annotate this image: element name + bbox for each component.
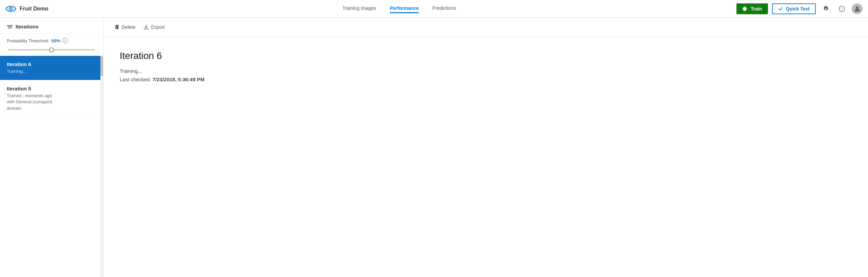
- last-checked: Last checked: 7/23/2018, 5:36:49 PM: [120, 77, 852, 82]
- main-layout: Iterations Probability Threshold: 50% i …: [0, 18, 868, 277]
- svg-text:?: ?: [841, 7, 843, 11]
- settings-icon: [823, 5, 829, 12]
- nav-tabs: Training Images Performance Predictions: [62, 4, 736, 13]
- export-label: Export: [151, 24, 164, 30]
- export-button[interactable]: Export: [143, 23, 164, 31]
- probability-section: Probability Threshold: 50% i: [0, 34, 103, 56]
- probability-value: 50%: [52, 38, 60, 43]
- header-actions: Train Quick Test ?: [736, 3, 863, 14]
- checkmark-icon: [778, 6, 783, 11]
- app-logo-icon: [5, 3, 16, 14]
- toolbar: Delete Export: [103, 18, 868, 37]
- train-label: Train: [751, 6, 762, 12]
- content-body: Iteration 6 Training... Last checked: 7/…: [103, 37, 868, 277]
- scrollbar-thumb[interactable]: [100, 56, 103, 76]
- slider-container: [7, 46, 96, 51]
- tab-performance[interactable]: Performance: [390, 4, 419, 13]
- svg-rect-6: [116, 25, 118, 25]
- avatar-icon: [854, 5, 861, 12]
- sidebar-section-label: Iterations: [16, 24, 39, 29]
- logo-area: Fruit Demo: [5, 3, 48, 14]
- help-button[interactable]: ?: [836, 4, 848, 13]
- quick-test-button[interactable]: Quick Test: [772, 3, 816, 14]
- probability-slider[interactable]: [8, 49, 95, 50]
- sidebar: Iterations Probability Threshold: 50% i …: [0, 18, 103, 277]
- gear-icon: [743, 6, 748, 12]
- list-item[interactable]: Iteration 5 Trained : moments agowith Ge…: [0, 80, 103, 117]
- trash-icon: [114, 24, 120, 30]
- scrollbar-track: [100, 56, 103, 277]
- svg-rect-7: [115, 25, 119, 26]
- status-line: Training...: [120, 68, 852, 74]
- help-icon: ?: [839, 6, 845, 12]
- delete-label: Delete: [122, 24, 135, 30]
- tab-predictions[interactable]: Predictions: [432, 4, 456, 13]
- last-checked-label: Last checked:: [120, 77, 151, 82]
- header: Fruit Demo Training Images Performance P…: [0, 0, 868, 18]
- settings-button[interactable]: [820, 4, 832, 14]
- info-icon[interactable]: i: [62, 38, 68, 43]
- tab-training-images[interactable]: Training Images: [342, 4, 376, 13]
- layers-icon: [7, 25, 13, 28]
- app-title: Fruit Demo: [20, 6, 48, 12]
- avatar[interactable]: [852, 3, 863, 14]
- content: Delete Export Iteration 6 Training... La…: [103, 18, 868, 277]
- iteration-title: Iteration 6: [120, 50, 852, 61]
- quick-test-label: Quick Test: [786, 6, 810, 12]
- list-item[interactable]: Iteration 6 Training...: [0, 56, 103, 80]
- download-icon: [143, 24, 149, 30]
- sidebar-header: Iterations: [0, 18, 103, 34]
- last-checked-value: 7/23/2018, 5:36:49 PM: [153, 77, 204, 82]
- iteration-status: Trained : moments agowith General (compa…: [7, 93, 96, 111]
- probability-label-text: Probability Threshold:: [7, 38, 50, 43]
- train-button[interactable]: Train: [736, 3, 768, 14]
- iteration-name: Iteration 5: [7, 86, 96, 91]
- svg-point-5: [856, 6, 859, 9]
- delete-button[interactable]: Delete: [114, 23, 135, 31]
- iteration-status: Training...: [7, 68, 96, 74]
- iteration-name: Iteration 6: [7, 61, 96, 67]
- iteration-list: Iteration 6 Training... Iteration 5 Trai…: [0, 56, 103, 277]
- probability-label: Probability Threshold: 50% i: [7, 38, 96, 43]
- svg-point-2: [10, 8, 12, 9]
